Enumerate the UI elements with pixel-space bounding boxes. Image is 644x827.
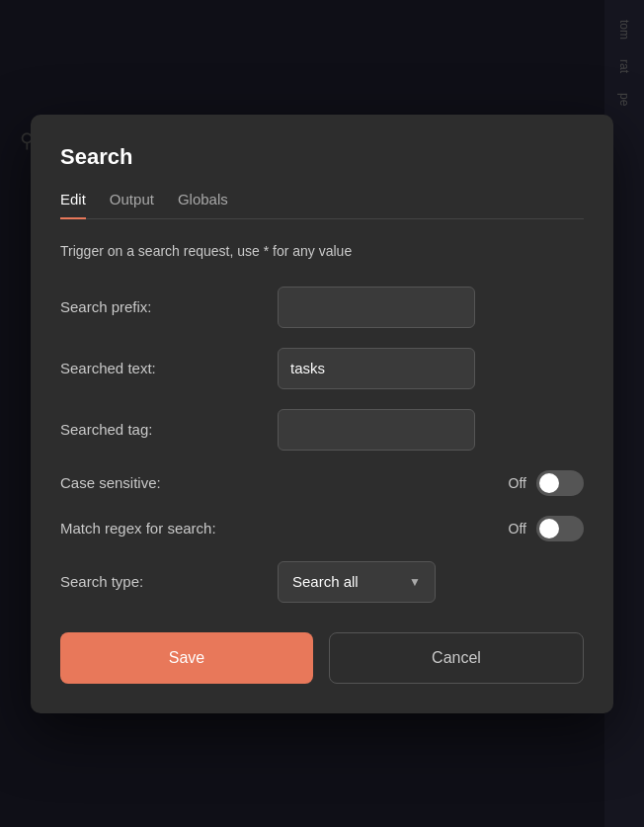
case-sensitive-label: Case sensitive: xyxy=(60,474,509,491)
search-type-dropdown[interactable]: Search all ▼ xyxy=(278,561,436,603)
match-regex-toggle[interactable] xyxy=(536,516,584,541)
search-type-value: Search all xyxy=(292,573,359,590)
searched-tag-label: Searched tag: xyxy=(60,421,278,438)
tab-globals[interactable]: Globals xyxy=(178,191,228,219)
case-sensitive-status: Off xyxy=(509,475,526,491)
searched-text-row: Searched text: xyxy=(60,348,584,389)
dialog-footer: Save Cancel xyxy=(60,632,584,684)
tab-output[interactable]: Output xyxy=(110,191,154,219)
modal-overlay: Search Edit Output Globals Trigger on a … xyxy=(0,0,644,827)
match-regex-row: Match regex for search: Off xyxy=(60,516,584,541)
match-regex-label: Match regex for search: xyxy=(60,520,509,537)
case-sensitive-thumb xyxy=(539,473,559,493)
search-type-label: Search type: xyxy=(60,573,278,590)
search-dialog: Search Edit Output Globals Trigger on a … xyxy=(31,115,613,713)
search-prefix-label: Search prefix: xyxy=(60,298,278,315)
searched-tag-input[interactable] xyxy=(278,409,475,451)
searched-tag-row: Searched tag: xyxy=(60,409,584,451)
match-regex-track xyxy=(536,516,584,541)
search-prefix-input[interactable] xyxy=(278,287,475,328)
cancel-button[interactable]: Cancel xyxy=(329,632,584,684)
description-text: Trigger on a search request, use * for a… xyxy=(60,243,584,259)
case-sensitive-track xyxy=(536,470,584,496)
tab-edit[interactable]: Edit xyxy=(60,191,86,219)
tab-bar: Edit Output Globals xyxy=(60,190,584,219)
chevron-down-icon: ▼ xyxy=(409,575,421,589)
search-type-row: Search type: Search all ▼ xyxy=(60,561,584,603)
dialog-title: Search xyxy=(60,144,584,170)
search-prefix-row: Search prefix: xyxy=(60,287,584,328)
searched-text-input[interactable] xyxy=(278,348,475,389)
save-button[interactable]: Save xyxy=(60,632,313,684)
case-sensitive-row: Case sensitive: Off xyxy=(60,470,584,496)
match-regex-status: Off xyxy=(509,521,526,537)
searched-text-label: Searched text: xyxy=(60,360,278,376)
match-regex-thumb xyxy=(539,519,559,538)
case-sensitive-toggle[interactable] xyxy=(536,470,584,496)
